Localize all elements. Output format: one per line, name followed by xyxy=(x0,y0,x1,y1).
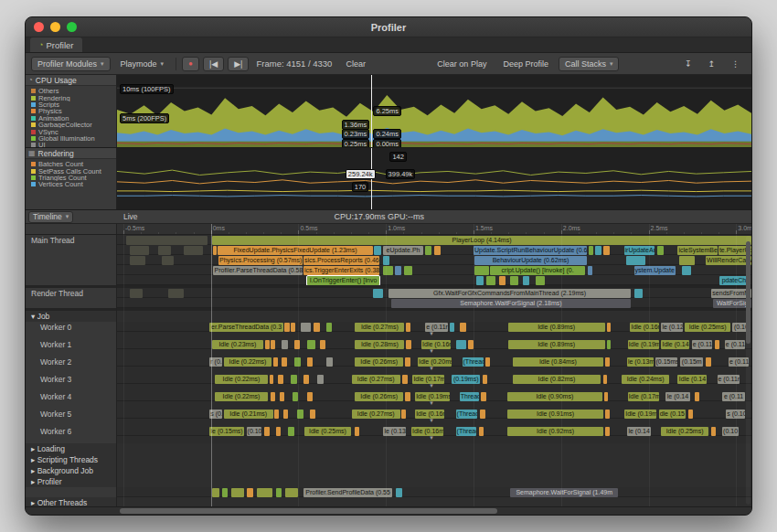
timeline-segment[interactable] xyxy=(406,323,410,332)
timeline-segment[interactable] xyxy=(276,488,282,497)
timeline-segment[interactable] xyxy=(291,375,297,384)
thread-label-worker-5[interactable]: Worker 5 xyxy=(26,409,117,426)
timeline-segment[interactable] xyxy=(483,375,488,384)
timeline-segment[interactable] xyxy=(307,340,314,349)
timeline-segment[interactable] xyxy=(634,289,642,298)
timeline-segment[interactable] xyxy=(603,246,610,255)
timeline-segment[interactable]: e (0.11r xyxy=(425,323,448,332)
timeline-segment[interactable] xyxy=(510,276,517,285)
thread-track[interactable] xyxy=(117,476,751,487)
timeline-segment[interactable] xyxy=(285,488,298,497)
thread-track[interactable]: r (0.10rIdle (0.22ms)Idle (0.26ms)Idle (… xyxy=(117,356,751,374)
timeline-segment[interactable] xyxy=(536,276,545,285)
legend-item[interactable]: VSync xyxy=(31,128,114,134)
timeline-segment[interactable] xyxy=(231,488,244,497)
legend-item[interactable]: UI xyxy=(31,142,114,147)
timeline-segment[interactable]: le (0.12r xyxy=(661,323,683,332)
live-button[interactable]: Live xyxy=(117,211,144,223)
thread-label-worker-6[interactable]: Worker 6 xyxy=(26,426,117,443)
timeline-segment[interactable] xyxy=(270,375,274,384)
thread-label-main-thread[interactable]: Main Thread xyxy=(26,235,117,285)
timeline-segment[interactable] xyxy=(607,340,611,349)
timeline-segment[interactable]: PlayerLoop (4.14ms) xyxy=(212,236,751,245)
legend-item[interactable]: Vertices Count xyxy=(31,181,114,187)
timeline-segment[interactable] xyxy=(476,276,484,285)
timeline-segment[interactable]: Semaphore.WaitForSignal (2.18ms) xyxy=(391,299,631,308)
timeline-segment[interactable]: Idle (0.20ms) xyxy=(418,357,452,367)
timeline-segment[interactable]: e (0.11r xyxy=(718,375,740,384)
legend-item[interactable]: GarbageCollector xyxy=(31,122,114,128)
tab-profiler[interactable]: ◔ Profiler xyxy=(30,37,82,52)
expand-lanes-arrow[interactable]: ▾ xyxy=(430,399,433,407)
legend-item[interactable]: SetPass Calls Count xyxy=(31,167,114,174)
timeline-segment[interactable] xyxy=(603,375,607,384)
timeline-segment[interactable]: Idle (0.25ms) xyxy=(685,323,730,332)
thread-track[interactable]: Idle (0.22ms)Idle (0.27ms)Idle (0.17ms)(… xyxy=(117,374,751,391)
playmode-dropdown[interactable]: Playmode ▾ xyxy=(114,57,171,71)
timeline-segment[interactable] xyxy=(383,266,392,275)
timeline-segment[interactable]: Idle (0.26ms) xyxy=(355,392,403,401)
thread-track[interactable]: s (0.10rIdle (0.21ms)Idle (0.27ms)Idle (… xyxy=(117,409,751,426)
cpu-frame-cursor[interactable] xyxy=(371,75,372,147)
timeline-segment[interactable] xyxy=(303,375,309,384)
timeline-segment[interactable] xyxy=(213,246,216,255)
clear-on-play-button[interactable]: Clear on Play xyxy=(431,57,493,71)
thread-label-other-threads[interactable]: ▸ Other Threads xyxy=(26,497,117,506)
timeline-segment[interactable] xyxy=(456,340,466,349)
timeline-segment[interactable] xyxy=(307,357,313,367)
timeline-segment[interactable] xyxy=(288,427,294,436)
timeline-segment[interactable]: Idle (0.27ms) xyxy=(352,375,400,384)
timeline-segment[interactable]: WillRenderCanvases xyxy=(706,256,751,265)
thread-track[interactable]: Gfx.WaitForGfxCommandsFromMainThread (2.… xyxy=(117,288,751,308)
timeline-segment[interactable] xyxy=(326,357,333,367)
thread-label[interactable] xyxy=(26,487,117,497)
thread-track[interactable]: Idle (0.22ms)Idle (0.26ms)Idle (0.19ms)T… xyxy=(117,391,751,409)
thread-label-worker-4[interactable]: Worker 4 xyxy=(26,391,117,409)
expand-lanes-arrow[interactable]: ▾ xyxy=(430,365,433,372)
timeline-segment[interactable]: icleSystemBegi xyxy=(677,246,717,255)
timeline-segment[interactable] xyxy=(499,276,506,285)
timeline-view-dropdown[interactable]: Timeline ▾ xyxy=(28,211,73,223)
clear-button[interactable]: Clear xyxy=(339,57,372,71)
thread-track[interactable] xyxy=(117,443,751,454)
timeline-vertical-scrollbar[interactable] xyxy=(746,236,750,505)
timeline-segment[interactable]: (Thread0 xyxy=(463,357,484,367)
timeline-segment[interactable] xyxy=(310,410,315,419)
timeline-segment[interactable]: Idle (0.22ms) xyxy=(215,375,268,384)
timeline-segment[interactable] xyxy=(130,289,143,298)
rendering-chart[interactable]: 142 259.24k 399.49k 170 xyxy=(117,148,751,209)
timeline-segment[interactable]: Idle (0.84ms) xyxy=(513,357,603,367)
timeline-segment[interactable]: e (0.11r xyxy=(692,340,712,349)
save-profile-icon[interactable]: ↥ xyxy=(701,57,721,71)
timeline-segment[interactable] xyxy=(481,392,486,401)
timeline-segment[interactable]: s (0.10r xyxy=(726,410,745,419)
timeline-segment[interactable] xyxy=(706,357,711,367)
timeline-segment[interactable] xyxy=(222,488,229,497)
thread-label-worker-1[interactable]: Worker 1 xyxy=(26,339,117,356)
kebab-menu-icon[interactable]: ⋮ xyxy=(725,57,746,71)
thread-label-profiler[interactable]: ▸ Profiler xyxy=(26,476,117,487)
titlebar[interactable]: Profiler xyxy=(26,17,751,37)
horizontal-scroll-thumb[interactable] xyxy=(120,508,497,514)
timeline-segment[interactable]: Idle (0.92ms) xyxy=(507,427,603,436)
module-header-cpu-usage[interactable]: ◔ CPU Usage xyxy=(26,75,116,86)
timeline-segment[interactable] xyxy=(605,427,609,436)
timeline-segment[interactable] xyxy=(184,246,203,255)
thread-track[interactable] xyxy=(117,497,751,506)
expand-lanes-arrow[interactable]: ▾ xyxy=(430,417,433,424)
timeline-segment[interactable]: BehaviourUpdate (0.62ms) xyxy=(474,256,586,265)
timeline-segment[interactable]: Idle (0.89ms) xyxy=(508,323,605,332)
timeline-segment[interactable]: Idle (0.16ms) xyxy=(411,427,443,436)
timeline-segment[interactable] xyxy=(297,410,303,419)
timeline-segment[interactable]: Update.ScriptRunBehaviourUpdate (0.62m xyxy=(474,246,587,255)
close-button[interactable] xyxy=(34,22,44,32)
timeline-segment[interactable] xyxy=(273,357,278,367)
thread-label-worker-3[interactable]: Worker 3 xyxy=(26,374,117,391)
timeline-segment[interactable]: Idle (0.27ms) xyxy=(352,410,400,419)
thread-track[interactable]: le (0.15ms)(0.10Idle (0.25ms)le (0.13mId… xyxy=(117,426,751,443)
timeline-segment[interactable] xyxy=(130,246,149,255)
timeline-segment[interactable] xyxy=(688,410,694,419)
timeline-segment[interactable] xyxy=(294,357,301,367)
expand-lanes-arrow[interactable]: ▾ xyxy=(430,347,433,355)
timeline-segment[interactable]: (0.10 xyxy=(722,427,739,436)
